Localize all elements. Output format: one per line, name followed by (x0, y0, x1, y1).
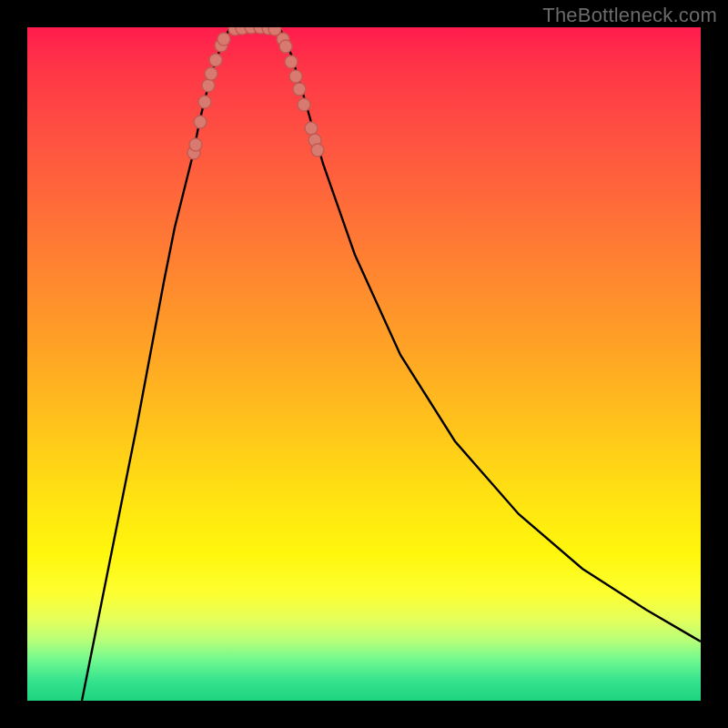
data-dot (279, 40, 292, 53)
data-dot (202, 79, 215, 92)
data-dot (289, 70, 302, 83)
data-dots (187, 27, 324, 159)
curve-plot (27, 27, 701, 701)
data-dot (285, 56, 298, 68)
data-dot (311, 144, 324, 157)
data-dot (293, 83, 306, 96)
data-dot (268, 27, 281, 35)
data-dot (205, 67, 217, 80)
data-dot (194, 116, 207, 128)
data-dot (305, 122, 318, 135)
data-dot (189, 138, 202, 151)
gradient-plot-area (27, 27, 701, 701)
data-dot (217, 33, 230, 46)
bottleneck-curve (82, 27, 701, 701)
data-dot (209, 54, 222, 66)
watermark-text: TheBottleneck.com (542, 4, 717, 27)
data-dot (298, 98, 310, 111)
data-dot (198, 96, 211, 108)
